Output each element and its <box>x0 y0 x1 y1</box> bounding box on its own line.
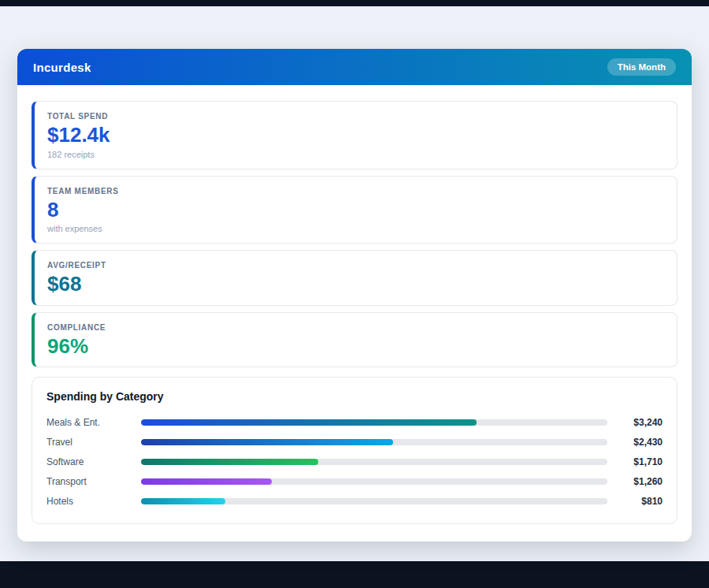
stat-value: 8 <box>47 199 664 221</box>
stat-subtext: with expenses <box>47 224 664 233</box>
category-label: Meals & Ent. <box>46 417 141 428</box>
this-month-badge[interactable]: This Month <box>607 58 676 76</box>
category-row-software: Software $1,710 <box>46 452 663 471</box>
spending-title: Spending by Category <box>46 390 663 403</box>
bar-fill-transport <box>141 478 272 485</box>
stat-label: TOTAL SPEND <box>47 112 664 121</box>
bar-track <box>141 459 607 465</box>
category-label: Software <box>46 456 141 467</box>
bar-fill-meals <box>141 419 477 426</box>
stat-card-avg-receipt: AVG/RECEIPT $68 <box>32 250 677 306</box>
category-amount: $2,430 <box>607 437 663 448</box>
category-label: Transport <box>46 476 141 487</box>
app-header: Incurdesk This Month <box>17 49 692 85</box>
stat-label: TEAM MEMBERS <box>47 187 664 195</box>
bar-track <box>141 419 607 426</box>
stat-value: 96% <box>47 335 664 358</box>
bar-track <box>141 478 607 485</box>
app-title: Incurdesk <box>33 61 91 74</box>
category-amount: $810 <box>607 496 663 507</box>
category-label: Travel <box>46 437 141 448</box>
stat-subtext: 182 receipts <box>47 150 664 159</box>
bar-track <box>141 498 607 504</box>
bar-fill-hotels <box>141 498 225 504</box>
category-row-travel: Travel $2,430 <box>46 432 663 452</box>
category-amount: $1,710 <box>607 456 663 467</box>
category-row-hotels: Hotels $810 <box>46 491 663 511</box>
bar-fill-software <box>141 459 318 465</box>
stat-label: AVG/RECEIPT <box>47 261 664 270</box>
category-amount: $3,240 <box>607 417 663 428</box>
category-label: Hotels <box>46 496 141 507</box>
category-row-transport: Transport $1,260 <box>46 471 663 491</box>
stat-card-total-spend: TOTAL SPEND $12.4k 182 receipts <box>32 101 677 169</box>
bar-fill-travel <box>141 439 393 445</box>
stat-card-compliance: COMPLIANCE 96% <box>32 312 677 368</box>
stat-value: $68 <box>47 273 664 296</box>
spending-by-category-card: Spending by Category Meals & Ent. $3,240… <box>32 377 677 524</box>
stat-card-team-members: TEAM MEMBERS 8 with expenses <box>32 176 677 244</box>
incurdesk-dashboard-card: Incurdesk This Month TOTAL SPEND $12.4k … <box>17 49 692 541</box>
stat-label: COMPLIANCE <box>47 323 664 332</box>
app-body: TOTAL SPEND $12.4k 182 receipts TEAM MEM… <box>17 85 692 541</box>
category-amount: $1,260 <box>607 476 663 487</box>
stat-value: $12.4k <box>47 124 664 147</box>
category-row-meals: Meals & Ent. $3,240 <box>46 412 663 432</box>
bar-track <box>141 439 607 445</box>
